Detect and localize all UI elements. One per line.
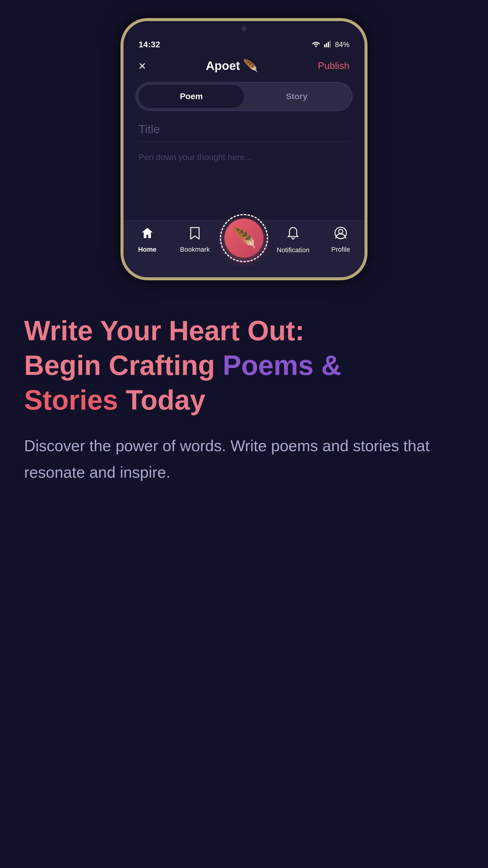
fab-feather-icon: 🪶 [232,227,256,250]
status-time: 14:32 [138,40,160,50]
profile-icon [334,226,347,243]
hero-headline: Write Your Heart Out: Begin Crafting Poe… [24,313,464,417]
feather-logo-icon: 🪶 [243,59,258,73]
tab-story[interactable]: Story [244,85,350,108]
tab-poem[interactable]: Poem [138,85,244,108]
nav-profile[interactable]: Profile [317,226,364,253]
publish-button[interactable]: Publish [318,60,350,71]
nav-notification[interactable]: Notification [269,226,317,254]
profile-label: Profile [331,246,350,253]
notification-icon [287,226,299,243]
headline-line1: Write Your Heart Out: [24,315,304,346]
title-field[interactable]: Title [138,123,350,142]
fab-ring: 🪶 [220,214,268,262]
headline-line3b: Today [118,384,205,415]
nav-bookmark[interactable]: Bookmark [171,226,219,253]
svg-point-6 [338,229,343,234]
bookmark-icon [189,226,201,243]
svg-rect-4 [330,41,331,47]
status-bar: 14:32 [124,36,364,53]
app-header: × Apoet 🪶 Publish [124,53,364,79]
svg-rect-2 [326,43,327,47]
hero-subtext: Discover the power of words. Write poems… [24,433,464,486]
svg-rect-1 [324,44,325,47]
signal-icon [324,40,331,49]
nav-home[interactable]: Home [124,226,171,253]
phone-camera [241,26,247,32]
home-label: Home [138,246,156,253]
editor-area: Title Pen down your thought here... [124,117,364,170]
home-icon [141,226,154,243]
close-button[interactable]: × [138,60,146,72]
body-field[interactable]: Pen down your thought here... [138,151,350,164]
fab-button-wrapper: 🪶 [220,214,268,262]
hero-section: Write Your Heart Out: Begin Crafting Poe… [0,289,488,504]
app-name: Apoet [206,59,240,73]
battery-status: 84% [335,40,350,49]
status-icons: 84% [312,40,350,49]
headline-line2a: Begin Crafting [24,350,223,381]
svg-point-0 [315,45,317,47]
headline-line3a: Stories [24,384,118,415]
tab-selector: Poem Story [135,82,352,111]
bookmark-label: Bookmark [180,246,210,253]
wifi-icon [312,40,321,49]
svg-rect-3 [328,42,329,47]
create-fab-button[interactable]: 🪶 [224,218,264,258]
phone-notch [124,21,364,36]
headline-line2b: Poems & [223,350,341,381]
notification-label: Notification [277,246,310,254]
app-logo: Apoet 🪶 [206,59,258,73]
